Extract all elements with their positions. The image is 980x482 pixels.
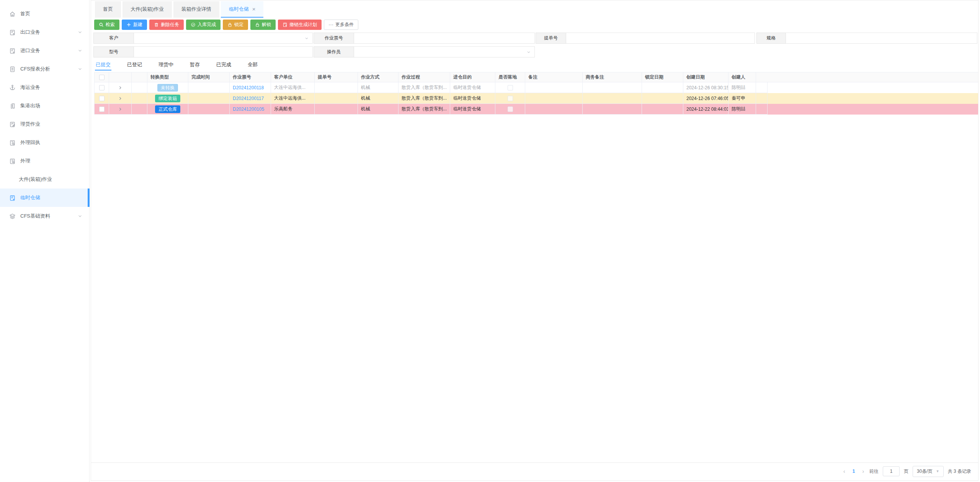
operator-select-input[interactable] (354, 47, 534, 57)
sidebar-item-tally-work[interactable]: 理货作业 (0, 115, 89, 133)
creator-cell: 陈明喆 (728, 82, 756, 93)
clipboard-x-icon (283, 22, 287, 27)
search-button[interactable]: 检索 (94, 20, 119, 30)
toolbar: 检索新建删除任务入库完成锁定解锁撤销生成计划⋯更多条件 (94, 20, 358, 30)
row-select-cell (95, 93, 109, 104)
sidebar-item-label: 海运业务 (20, 84, 40, 91)
chevron-down-icon (78, 214, 82, 218)
more-filters-button[interactable]: ⋯更多条件 (324, 20, 358, 30)
row-filler-cell (756, 82, 768, 93)
status-tag: 未转换 (157, 84, 178, 92)
row-checkbox[interactable] (99, 85, 105, 90)
sidebar-item-tally[interactable]: 外理 (0, 152, 89, 170)
expand-row-button[interactable] (118, 85, 122, 90)
column-header: 转换类型 (147, 72, 188, 82)
next-page-button[interactable]: › (861, 468, 865, 474)
tab-bar: 首页大件(装箱)作业装箱作业详情临时仓储× (91, 0, 978, 18)
select-all-checkbox[interactable] (99, 75, 105, 80)
ticket-link[interactable]: D20241200105 (233, 107, 264, 112)
delete-task-button[interactable]: 删除任务 (149, 20, 184, 30)
page-size-select[interactable]: 30条/页 ▼ (913, 466, 944, 477)
tab-packing-detail[interactable]: 装箱作业详情 (173, 1, 219, 18)
sidebar-item-tally-receipt[interactable]: 外理回执 (0, 133, 89, 152)
status-tab-tallying[interactable]: 理货中 (158, 58, 174, 71)
status-tab-staged[interactable]: 暂存 (189, 58, 201, 71)
current-page-button[interactable]: 1 (851, 469, 857, 474)
bl-input[interactable] (566, 33, 755, 43)
complete-time-cell (188, 82, 230, 93)
row-filler-cell (756, 104, 768, 115)
row-filler-cell (756, 93, 768, 104)
customer-cell: 大连中远海供... (271, 82, 315, 93)
unlock-button[interactable]: 解锁 (250, 20, 276, 30)
tab-label: 大件(装箱)作业 (131, 6, 164, 13)
sidebar-item-sea-business[interactable]: 海运业务 (0, 78, 89, 97)
button-label: 检索 (106, 21, 115, 28)
close-icon[interactable]: × (252, 6, 256, 12)
layers-icon (9, 213, 16, 220)
status-tab-submitted[interactable]: 已提交 (95, 58, 111, 71)
lock-icon (227, 22, 232, 27)
expand-row-button[interactable] (118, 107, 122, 111)
row-select-cell (95, 82, 109, 93)
lock-button[interactable]: 锁定 (223, 20, 248, 30)
sidebar-item-cfs-report-analysis[interactable]: CFS报表分析 (0, 60, 89, 78)
column-header: 作业票号 (230, 72, 271, 82)
operator-select[interactable] (354, 46, 535, 57)
customer-select[interactable] (134, 33, 313, 44)
spec-input[interactable] (786, 33, 977, 43)
create-button[interactable]: 新建 (122, 20, 147, 30)
sidebar-item-bulk-packing-work[interactable]: 大件(装箱)作业 (0, 170, 89, 189)
purpose-cell: 临时送货仓储 (450, 82, 495, 93)
column-header: 锁定日期 (642, 72, 683, 82)
prev-page-button[interactable]: ‹ (842, 468, 846, 474)
model-input[interactable] (134, 47, 312, 57)
plus-icon (126, 22, 131, 27)
landed-checkbox[interactable] (508, 107, 513, 112)
work-method-cell: 机械 (358, 104, 399, 115)
cancel-generate-plan-button[interactable]: 撤销生成计划 (278, 20, 322, 30)
status-tab-all[interactable]: 全部 (247, 58, 258, 71)
tab-temp-storage[interactable]: 临时仓储× (221, 1, 264, 18)
inbound-complete-button[interactable]: 入库完成 (186, 20, 220, 30)
complete-time-cell (188, 104, 230, 115)
sidebar-item-label: CFS基础资料 (20, 213, 50, 220)
landed-checkbox[interactable] (508, 96, 513, 101)
creator-cell: 陈明喆 (728, 104, 756, 115)
sidebar-item-home[interactable]: 首页 (0, 5, 89, 23)
table-row: 未转换D20241200118大连中远海供...机械散货入库（散货车到...临时… (94, 82, 978, 93)
status-tab-registered[interactable]: 已登记 (126, 58, 143, 71)
ticket-link[interactable]: D20241200117 (233, 96, 264, 101)
biz-remark-cell (583, 104, 642, 115)
sidebar-item-cfs-basic-data[interactable]: CFS基础资料 (0, 207, 89, 225)
document-edit-icon (9, 121, 16, 128)
sidebar-item-label: 临时仓储 (20, 194, 40, 201)
row-checkbox[interactable] (99, 107, 105, 112)
status-tab-completed[interactable]: 已完成 (216, 58, 232, 71)
expand-row-button[interactable] (118, 96, 122, 101)
row-checkbox[interactable] (99, 96, 105, 101)
ticket-link[interactable]: D20241200118 (233, 85, 264, 90)
sidebar-item-temp-storage[interactable]: 临时仓储 (0, 189, 89, 207)
tab-bulk-packing-work[interactable]: 大件(装箱)作业 (122, 1, 172, 18)
row-index-cell (132, 104, 147, 115)
customer-select-input[interactable] (134, 33, 312, 43)
button-label: 删除任务 (161, 21, 179, 28)
table-body: 未转换D20241200118大连中远海供...机械散货入库（散货车到...临时… (94, 82, 978, 115)
customer-cell: 乐高船务 (271, 104, 315, 115)
sidebar-item-label: 首页 (20, 10, 30, 17)
clipboard-plus-icon (9, 29, 16, 36)
sidebar: 首页出口业务进口业务CFS报表分析海运业务集港出场理货作业外理回执外理大件(装箱… (0, 0, 90, 482)
tab-home[interactable]: 首页 (95, 1, 121, 18)
button-label: 新建 (133, 21, 142, 28)
landed-checkbox[interactable] (508, 85, 513, 90)
sidebar-item-import-business[interactable]: 进口业务 (0, 41, 89, 60)
goto-page-input[interactable] (883, 466, 900, 476)
sidebar-item-export-business[interactable]: 出口业务 (0, 23, 89, 41)
row-expand-cell (109, 104, 132, 115)
app-root: 首页出口业务进口业务CFS报表分析海运业务集港出场理货作业外理回执外理大件(装箱… (0, 0, 980, 482)
bl-no-cell (315, 93, 358, 104)
sidebar-item-port-departure[interactable]: 集港出场 (0, 97, 89, 115)
ticket-input[interactable] (354, 33, 534, 43)
landed-cell (495, 82, 525, 93)
